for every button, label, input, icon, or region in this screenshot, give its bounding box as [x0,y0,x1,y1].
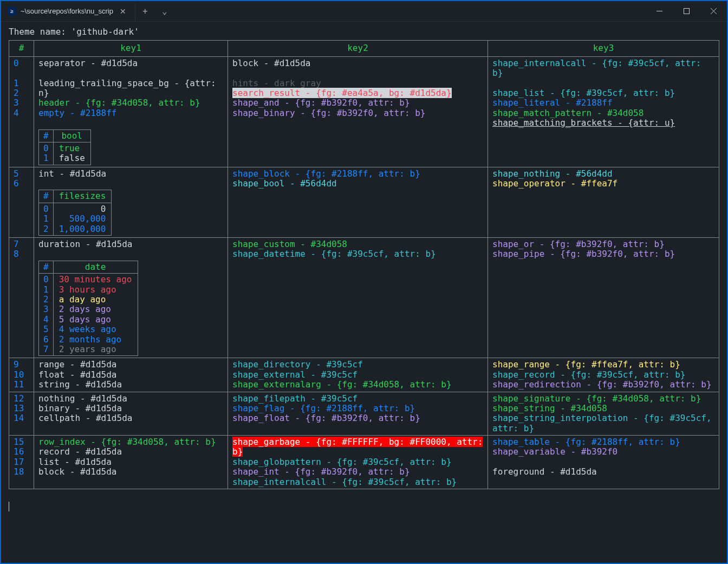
cell: shape_datetime - {fg: #39c5cf, attr: b} [232,249,436,259]
cell: hints - dark_gray [232,78,321,88]
date-table: #date 01234567 30 minutes ago 3 hours ag… [38,261,138,356]
terminal-viewport[interactable]: Theme name: 'github-dark' # key1 key2 ke… [1,22,727,563]
cell: duration - #d1d5da [38,239,132,249]
cell: shape_nothing - #56d4dd [492,168,613,179]
col-key2: key2 [228,41,488,56]
filesizes-table: #filesizes 0120500,0001,000,000 [38,190,112,236]
cell: block - #d1d5da [232,58,311,68]
cell: separator - #d1d5da [38,58,138,68]
powershell-icon: ≥ [8,7,16,16]
tab-title: ~\source\repos\forks\nu_scrip [21,7,113,15]
table-row: 01234 separator - #d1d5da leading_traili… [9,56,719,167]
cell: shape_custom - #34d058 [232,239,347,249]
minimize-button[interactable] [646,1,673,21]
table-row: 78 duration - #d1d5da #date 01234567 30 … [9,238,719,358]
maximize-button[interactable] [673,1,700,21]
cell: shape_matching_brackets - {attr: u} [492,118,675,128]
cell: empty - #2188ff [38,108,117,118]
col-index: # [9,41,34,56]
cell: shape_and - {fg: #b392f0, attr: b} [232,98,410,108]
col-key1: key1 [34,41,228,56]
cell: shape_block - {fg: #2188ff, attr: b} [232,168,420,179]
cell: shape_match_pattern - #34d058 [492,108,644,118]
cell: shape_bool - #56d4dd [232,178,337,189]
cell: shape_internalcall - {fg: #39c5cf, attr:… [492,58,701,78]
tab-dropdown-button[interactable]: ⌄ [155,1,174,21]
table-row: 121314 nothing - #d1d5da binary - #d1d5d… [9,392,719,436]
terminal-window: ≥ ~\source\repos\forks\nu_scrip ✕ + ⌄ Th… [1,1,727,563]
new-tab-button[interactable]: + [135,1,155,21]
cell: leading_trailing_space_bg - {attr: n} [38,78,216,98]
table-row: 15161718 row_index - {fg: #34d058, attr:… [9,436,719,489]
table-row: 56 int - #d1d5da #filesizes 0120500,0001… [9,167,719,237]
theme-table: # key1 key2 key3 01234 separator - #d1d5… [9,40,719,489]
tab-close-icon[interactable]: ✕ [118,7,128,16]
cell: header - {fg: #34d058, attr: b} [38,98,200,108]
col-key3: key3 [488,41,719,56]
theme-name-line: Theme name: 'github-dark' [9,27,719,37]
cell: shape_pipe - {fg: #b392f0, attr: b} [492,249,675,259]
cell: shape_literal - #2188ff [492,98,613,108]
prompt-cursor [9,502,9,511]
close-button[interactable] [700,1,727,21]
table-row: 91011 range - #d1d5da float - #d1d5da st… [9,358,719,392]
titlebar: ≥ ~\source\repos\forks\nu_scrip ✕ + ⌄ [1,1,727,22]
terminal-tab[interactable]: ≥ ~\source\repos\forks\nu_scrip ✕ [1,1,135,21]
cell: shape_binary - {fg: #b392f0, attr: b} [232,108,425,118]
bool-table: #bool 01truefalse [38,129,91,165]
svg-rect-1 [684,9,689,14]
cell: shape_or - {fg: #b392f0, attr: b} [492,239,665,249]
cell: int - #d1d5da [38,168,106,179]
cell: search_result - {fg: #ea4a5a, bg: #d1d5d… [232,88,452,98]
cell: shape_operator - #ffea7f [492,178,618,189]
cell: shape_list - {fg: #39c5cf, attr: b} [492,88,675,98]
